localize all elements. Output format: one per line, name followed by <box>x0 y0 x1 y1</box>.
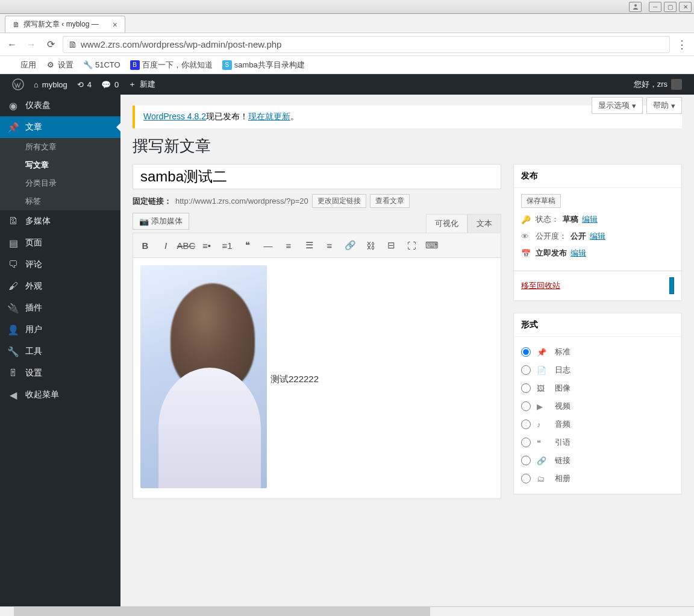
align-center-button[interactable]: ☰ <box>299 236 319 255</box>
bookmark-settings[interactable]: ⚙设置 <box>42 58 77 72</box>
format-radio[interactable] <box>521 347 531 357</box>
publish-title: 发布 <box>514 165 681 188</box>
back-button[interactable]: ← <box>5 37 19 52</box>
permalink-label: 固定链接： <box>133 196 172 207</box>
edit-schedule-link[interactable]: 编辑 <box>571 248 586 259</box>
user-greeting[interactable]: 您好，zrs <box>629 74 687 95</box>
format-label: 引语 <box>555 437 571 448</box>
menu-posts[interactable]: 📌文章 <box>0 116 120 138</box>
content-image[interactable] <box>140 265 267 488</box>
hr-button[interactable]: ― <box>258 236 278 255</box>
menu-pages[interactable]: ▤页面 <box>0 232 120 254</box>
menu-comments[interactable]: 🗨评论 <box>0 254 120 275</box>
user-button[interactable] <box>629 2 642 12</box>
chevron-down-icon: ▾ <box>632 101 636 110</box>
add-media-button[interactable]: 📷添加媒体 <box>133 213 189 230</box>
format-radio[interactable] <box>521 383 531 393</box>
url-input[interactable]: 🗎 www2.zrs.com/wordpress/wp-admin/post-n… <box>63 36 670 53</box>
submenu-all-posts[interactable]: 所有文章 <box>0 138 120 156</box>
minimize-button[interactable]: ─ <box>649 2 661 12</box>
key-icon: 🔑 <box>521 215 532 224</box>
media-icon: 🖻 <box>7 215 19 227</box>
update-now-link[interactable]: 现在就更新 <box>248 112 290 121</box>
bullet-list-button[interactable]: ≡• <box>197 236 216 255</box>
number-list-button[interactable]: ≡1 <box>217 236 237 255</box>
submenu-new-post[interactable]: 写文章 <box>0 156 120 174</box>
more-button[interactable]: ⊟ <box>381 236 401 255</box>
menu-media[interactable]: 🖻多媒体 <box>0 210 120 232</box>
screen-options-button[interactable]: 显示选项▾ <box>592 97 643 114</box>
apps-shortcut[interactable]: 应用 <box>5 58 40 72</box>
menu-tools[interactable]: 🔧工具 <box>0 341 120 362</box>
italic-button[interactable]: I <box>156 236 175 255</box>
format-radio[interactable] <box>521 420 531 429</box>
quote-button[interactable]: ❝ <box>238 236 257 255</box>
edit-visibility-link[interactable]: 编辑 <box>590 231 605 242</box>
pin-icon: 📌 <box>7 121 19 133</box>
unlink-button[interactable]: ⛓ <box>361 236 380 255</box>
wp-version-link[interactable]: WordPress 4.8.2 <box>143 112 206 121</box>
close-window-button[interactable]: ✕ <box>679 2 692 12</box>
format-radio[interactable] <box>521 365 531 375</box>
wp-logo[interactable] <box>7 74 29 95</box>
horizontal-scrollbar[interactable] <box>0 606 694 616</box>
tab-text[interactable]: 文本 <box>467 214 501 233</box>
admin-sidebar: ◉仪表盘 📌文章 所有文章 写文章 分类目录 标签 🖻多媒体 ▤页面 🗨评论 🖌… <box>0 95 120 606</box>
reload-button[interactable]: ⟳ <box>43 37 58 52</box>
plug-icon: 🔌 <box>7 302 19 314</box>
format-radio[interactable] <box>521 438 531 447</box>
submenu-categories[interactable]: 分类目录 <box>0 174 120 192</box>
align-left-button[interactable]: ≡ <box>279 236 298 255</box>
maximize-button[interactable]: ▢ <box>664 2 677 12</box>
post-editor[interactable]: 测试222222 <box>133 258 501 499</box>
url-text: www2.zrs.com/wordpress/wp-admin/post-new… <box>81 39 281 49</box>
format-option[interactable]: 📌标准 <box>521 343 674 361</box>
bold-button[interactable]: B <box>136 236 155 255</box>
link-button[interactable]: 🔗 <box>340 236 360 255</box>
format-option[interactable]: 🖼图像 <box>521 379 674 397</box>
menu-dashboard[interactable]: ◉仪表盘 <box>0 95 120 116</box>
align-right-button[interactable]: ≡ <box>320 236 339 255</box>
format-radio[interactable] <box>521 456 531 465</box>
format-option[interactable]: 🗂相册 <box>521 470 674 488</box>
page-title: 撰写新文章 <box>133 136 682 157</box>
comments-link[interactable]: 💬0 <box>96 74 123 95</box>
format-radio[interactable] <box>521 401 531 411</box>
comment-icon: 💬 <box>101 80 111 89</box>
menu-plugins[interactable]: 🔌插件 <box>0 297 120 319</box>
submenu-tags[interactable]: 标签 <box>0 192 120 210</box>
new-content[interactable]: ＋新建 <box>123 74 160 95</box>
post-title-input[interactable] <box>133 164 501 189</box>
publish-button[interactable] <box>669 277 674 294</box>
menu-settings[interactable]: 🎚设置 <box>0 362 120 384</box>
format-option[interactable]: ❝引语 <box>521 433 674 451</box>
help-button[interactable]: 帮助▾ <box>646 97 682 114</box>
site-link[interactable]: ⌂myblog <box>29 74 72 95</box>
bookmark-samba[interactable]: Ssamba共享目录构建 <box>219 58 308 72</box>
updates-link[interactable]: ⟲4 <box>72 74 96 95</box>
tab-visual[interactable]: 可视化 <box>426 214 467 233</box>
format-option[interactable]: ♪音频 <box>521 415 674 433</box>
bookmark-51cto[interactable]: 🔧51CTO <box>80 59 124 71</box>
menu-users[interactable]: 👤用户 <box>0 319 120 341</box>
format-option[interactable]: 📄日志 <box>521 361 674 379</box>
menu-collapse[interactable]: ◀收起菜单 <box>0 384 120 406</box>
save-draft-button[interactable]: 保存草稿 <box>521 194 561 208</box>
change-permalink-button[interactable]: 更改固定链接 <box>312 194 366 208</box>
format-option[interactable]: ▶视频 <box>521 397 674 415</box>
tab-close-icon[interactable]: × <box>113 20 117 30</box>
view-post-button[interactable]: 查看文章 <box>370 194 410 208</box>
format-radio[interactable] <box>521 474 531 483</box>
browser-tab[interactable]: 🗎 撰写新文章 ‹ myblog — × <box>5 16 125 33</box>
fullscreen-button[interactable]: ⛶ <box>402 236 421 255</box>
menu-appearance[interactable]: 🖌外观 <box>0 275 120 297</box>
forward-button[interactable]: → <box>24 37 39 52</box>
strike-button[interactable]: ABC <box>177 236 196 255</box>
browser-menu-button[interactable]: ⋮ <box>675 37 689 52</box>
edit-status-link[interactable]: 编辑 <box>582 214 598 225</box>
format-option[interactable]: 🔗链接 <box>521 451 674 470</box>
move-to-trash-link[interactable]: 移至回收站 <box>521 280 560 291</box>
bookmark-baidu[interactable]: B百度一下，你就知道 <box>127 58 216 72</box>
scrollbar-thumb[interactable] <box>14 607 430 616</box>
toolbar-toggle-button[interactable]: ⌨ <box>422 236 442 255</box>
